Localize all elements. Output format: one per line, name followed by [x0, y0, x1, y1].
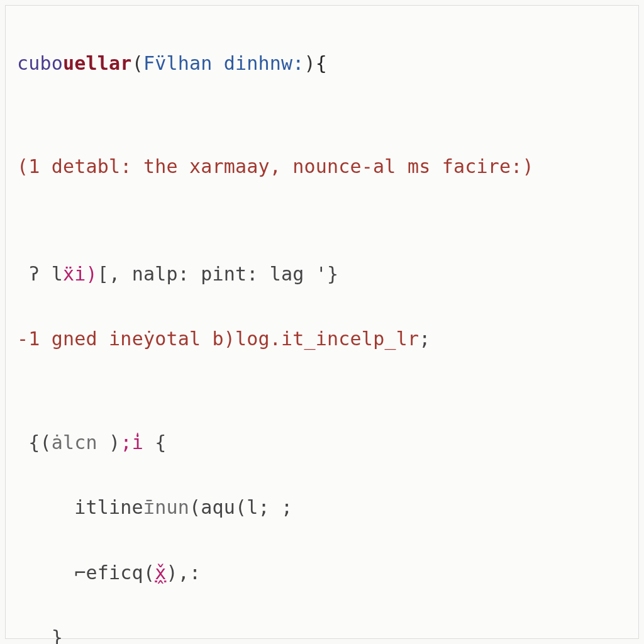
gutter-marker: -1	[17, 328, 52, 350]
line-4: -1 gned ineẏotal b)log.it_incelp_lr;	[17, 323, 627, 355]
paren-open: (	[132, 52, 143, 74]
brace-open: {	[316, 52, 327, 74]
line-5: {(ȧlcn );i̇̍ {	[17, 426, 627, 459]
line-8: }	[17, 621, 627, 644]
line-3: ʔ lẍi̇̇)[, nalp: pint: lag '}	[17, 258, 627, 291]
line-1: cubouellar(Fv̈lhan dinhnw:){	[17, 47, 627, 80]
line-2-comment: (1 detabl: the xarmaay, nounce-al ms fac…	[17, 150, 627, 183]
code-block: cubouellar(Fv̈lhan dinhnw:){ (1 detabl: …	[5, 5, 639, 639]
keyword: cubo	[17, 52, 63, 74]
param-type: Fv̈lhan dinhnw:	[143, 52, 304, 74]
paren-close: )	[304, 52, 316, 74]
line-7: ⌐eficq(x̭̌),:	[17, 557, 627, 589]
function-name: uellar	[63, 52, 132, 74]
line-6: itlineɪ̄nun(aqu(l; ;	[17, 491, 627, 524]
